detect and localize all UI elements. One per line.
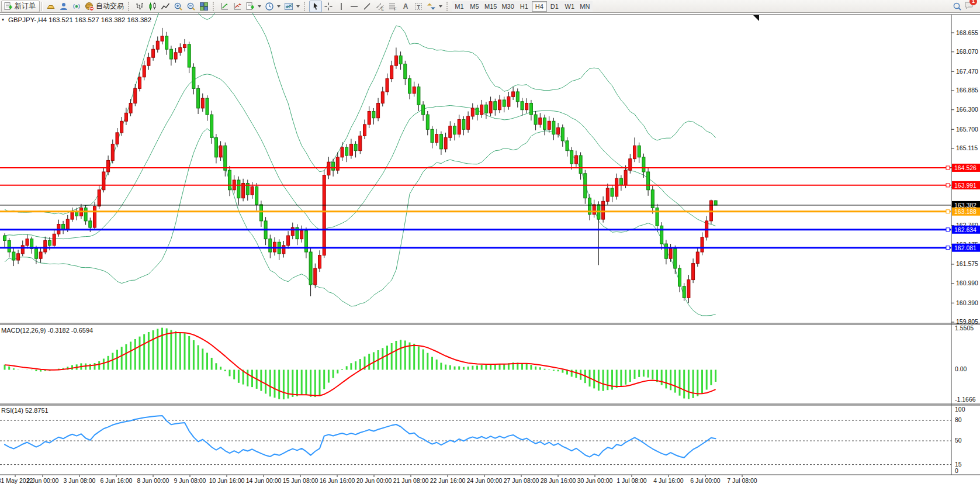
arrows-icon [427, 2, 436, 11]
templates-button[interactable] [282, 1, 302, 12]
zoom-in-icon [174, 2, 183, 11]
indicator-add-window-button[interactable]: + [231, 1, 244, 12]
svg-text:E: E [382, 6, 385, 11]
new-order-button[interactable]: 新订单 [1, 1, 40, 12]
pane-borders [0, 15, 980, 475]
svg-text:T: T [417, 4, 421, 9]
user-icon [59, 2, 68, 11]
svg-text:20 Jun 00:00: 20 Jun 00:00 [356, 477, 392, 484]
clock-icon [265, 2, 274, 11]
crosshair-icon [324, 2, 333, 11]
chart-template-icon [284, 2, 293, 11]
periods-button[interactable] [263, 1, 282, 12]
channel-tool-button[interactable]: E [373, 1, 386, 12]
zoom-in-button[interactable] [172, 1, 185, 12]
fibonacci-tool-button[interactable]: F [386, 1, 399, 12]
cursor-icon [311, 2, 320, 11]
bar-chart-button[interactable] [133, 1, 146, 12]
chart-title: GBPJPY-,H4 163.521 163.527 163.382 163.3… [8, 16, 151, 23]
timeframe-m1-button[interactable]: M1 [452, 1, 467, 12]
text-label-tool-button[interactable]: T [412, 1, 425, 12]
new-order-icon [4, 2, 13, 11]
timeframe-mn-button[interactable]: MN [577, 1, 593, 12]
svg-text:28 Jun 16:00: 28 Jun 16:00 [541, 477, 576, 484]
add-indicator-icon [245, 2, 255, 11]
timeframe-m5-button[interactable]: M5 [467, 1, 482, 12]
arrows-tool-button[interactable] [425, 1, 444, 12]
auto-trading-button[interactable]: 自动交易 [83, 1, 126, 12]
svg-text:166.885: 166.885 [956, 87, 978, 94]
notification-badge: 1 [969, 0, 977, 5]
text-tool-icon: A [403, 2, 408, 11]
svg-text:165.115: 165.115 [956, 144, 978, 151]
svg-text:27 Jun 08:00: 27 Jun 08:00 [504, 477, 539, 484]
svg-text:161.575: 161.575 [956, 260, 978, 267]
rsi-indicator-label: RSI(14) 52.8751 [1, 407, 49, 414]
equidistant-channel-icon: E [375, 2, 385, 11]
toolbar-grip [128, 2, 131, 11]
signal-button[interactable] [70, 1, 83, 12]
svg-text:16 Jun 16:00: 16 Jun 16:00 [320, 477, 355, 484]
toolbar-grip [446, 2, 449, 11]
svg-text:14 Jun 00:00: 14 Jun 00:00 [246, 477, 282, 484]
rsi-line [5, 416, 716, 458]
candlestick-chart-button[interactable] [146, 1, 159, 12]
horizontal-lines[interactable] [0, 166, 951, 250]
svg-text:100: 100 [955, 406, 965, 413]
separator [41, 2, 43, 11]
text-tool-button[interactable]: A [399, 1, 412, 12]
dropdown-caret-icon [277, 5, 281, 8]
gold-button[interactable] [44, 1, 57, 12]
indicator-up-icon [220, 2, 229, 11]
crosshair-tool-button[interactable] [322, 1, 335, 12]
svg-text:165.700: 165.700 [956, 126, 978, 133]
svg-text:10 Jun 16:00: 10 Jun 16:00 [209, 477, 245, 484]
search-button[interactable] [951, 1, 964, 12]
chart-canvas: 168.655168.070167.470166.885166.300165.7… [0, 0, 980, 487]
dropdown-caret-icon [439, 5, 442, 8]
symbol-dropdown-icon[interactable]: ▾ [2, 17, 4, 22]
gold-icon [46, 2, 56, 11]
line-chart-button[interactable] [159, 1, 172, 12]
toolbar-grip [304, 2, 307, 11]
notifications[interactable]: 1 [964, 0, 974, 13]
horizontal-line-icon [349, 2, 359, 11]
timeframe-h4-button[interactable]: H4 [532, 1, 547, 12]
svg-text:15: 15 [955, 461, 962, 468]
svg-text:166.300: 166.300 [956, 106, 978, 113]
price-tags[interactable]: 164.526163.991163.382163.188162.634162.0… [952, 164, 980, 252]
dropdown-caret-icon [296, 5, 300, 8]
timeframe-d1-button[interactable]: D1 [547, 1, 562, 12]
timeframe-m15-button[interactable]: M15 [482, 1, 499, 12]
tile-windows-icon [199, 2, 209, 11]
svg-text:8 Jun 00:00: 8 Jun 00:00 [137, 477, 169, 484]
timeframe-m30-button[interactable]: M30 [499, 1, 516, 12]
svg-text:21 Jun 08:00: 21 Jun 08:00 [393, 477, 429, 484]
svg-text:163.188: 163.188 [954, 208, 976, 215]
svg-text:7 Jul 08:00: 7 Jul 08:00 [727, 477, 757, 484]
accounts-button[interactable] [57, 1, 70, 12]
timeframe-h1-button[interactable]: H1 [517, 1, 532, 12]
svg-text:160.390: 160.390 [956, 299, 978, 306]
zoom-out-button[interactable] [185, 1, 198, 12]
add-indicator-button[interactable] [244, 1, 263, 12]
svg-text:F: F [394, 7, 397, 11]
svg-text:22 Jun 16:00: 22 Jun 16:00 [430, 477, 466, 484]
svg-text:167.470: 167.470 [956, 68, 978, 75]
svg-text:+: + [238, 2, 241, 7]
vertical-line-tool-button[interactable] [335, 1, 348, 12]
svg-text:2 Jun 00:00: 2 Jun 00:00 [27, 477, 59, 484]
svg-text:6 Jul 00:00: 6 Jul 00:00 [690, 477, 721, 484]
timeframe-w1-button[interactable]: W1 [562, 1, 577, 12]
trendline-icon [362, 2, 372, 11]
indicator-plus-icon: + [233, 2, 242, 11]
chart-shift-marker-icon[interactable] [753, 15, 759, 21]
tile-windows-button[interactable] [198, 1, 210, 12]
trendline-tool-button[interactable] [361, 1, 373, 12]
indicator-window-button[interactable] [218, 1, 231, 12]
new-order-label: 新订单 [15, 1, 36, 11]
toolbar: 新订单 自动交易 + [0, 0, 980, 13]
svg-text:164.526: 164.526 [954, 164, 976, 171]
horizontal-line-tool-button[interactable] [348, 1, 361, 12]
cursor-tool-button[interactable] [309, 1, 322, 12]
